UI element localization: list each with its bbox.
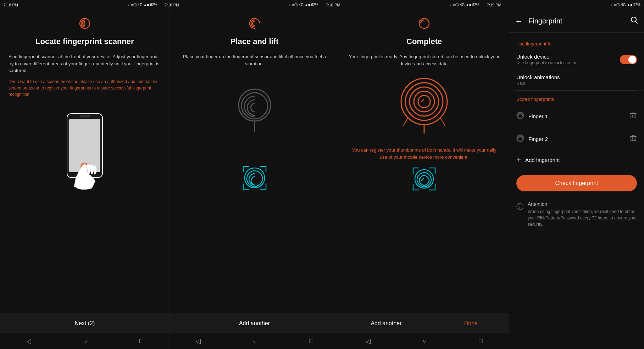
fp-icon-2 [248, 17, 261, 33]
unlock-animations-title: Unlock animations [516, 74, 637, 80]
svg-point-8 [631, 17, 636, 22]
panel3-done-button[interactable]: Done [464, 320, 478, 327]
status-segment-4: 7:19 PM ⊙✕ⓘ 4G ▲■ 92% [483, 0, 644, 10]
unlock-device-item[interactable]: Unlock device Use fingerprint to unlock … [509, 49, 644, 70]
nav-home-1[interactable]: ○ [83, 337, 87, 345]
svg-line-7 [440, 118, 445, 126]
phone-illustration [56, 112, 113, 190]
status-segment-3: 7:18 PM ⊙✕ⓘ 4G ▲■ 92% [322, 0, 483, 10]
panel1-content: Locate fingerprint scanner Find fingerpr… [0, 10, 170, 313]
panel1-warning: If you want to use a screen protector, p… [9, 78, 161, 98]
section-use-for: Use fingerprint for [509, 36, 644, 49]
panel3-desc: Your fingerprint is ready. Any fingerpri… [348, 53, 500, 67]
panel1-next-button[interactable]: Next (2) [74, 320, 95, 327]
section-stored: Stored fingerprints [509, 91, 644, 105]
fp-icon-1 [78, 17, 91, 33]
fp-complete-orange [394, 75, 454, 140]
finger-2-divider [621, 132, 621, 145]
unlock-device-toggle[interactable] [620, 55, 637, 64]
attention-title: Attention [528, 201, 637, 207]
add-fingerprint-icon: + [516, 155, 521, 164]
fp-icon-3 [418, 17, 431, 33]
nav-recent-3[interactable]: □ [479, 337, 483, 345]
icons-2: ⊙✕ⓘ 4G ▲■ 92% [289, 2, 318, 7]
unlock-animations-text: Unlock animations Halo [516, 74, 637, 86]
unlock-device-title: Unlock device [516, 54, 616, 60]
panel2-desc: Place your finger on the fingerprint sen… [178, 53, 331, 67]
check-fingerprint-button[interactable]: Check fingerprint [516, 175, 637, 191]
settings-header: ← Fingerprint [509, 10, 644, 33]
settings-panel: ← Fingerprint Use fingerprint for Unlock… [509, 10, 644, 349]
fp-outline-gray [235, 86, 274, 137]
panel1-desc: Find fingerprint scanner at the front of… [9, 53, 161, 74]
time-1: 7:18 PM [4, 3, 18, 7]
nav-recent-1[interactable]: □ [139, 337, 143, 345]
panel3-nav-bar: ◁ ○ □ [339, 333, 509, 349]
toggle-knob [628, 56, 636, 64]
finger-1-delete-button[interactable] [630, 112, 637, 121]
icons-4: ⊙✕ⓘ 4G ▲■ 92% [611, 2, 640, 7]
svg-line-6 [403, 118, 408, 126]
attention-icon: ⓘ [516, 202, 523, 212]
time-3: 7:18 PM [326, 3, 340, 7]
attention-section: ⓘ Attention When using fingerprint verif… [509, 197, 644, 232]
time-2: 7:18 PM [165, 3, 179, 7]
panel2-title: Place and lift [178, 37, 331, 46]
status-segment-2: 7:18 PM ⊙✕ⓘ 4G ▲■ 92% [161, 0, 322, 10]
panel3-bottom-bar: Add another Done [339, 313, 509, 333]
nav-back-3[interactable]: ◁ [366, 337, 371, 345]
svg-rect-2 [79, 115, 90, 118]
nav-back-1[interactable]: ◁ [26, 337, 31, 345]
unlock-animations-sub: Halo [516, 81, 637, 86]
panel2-nav-bar: ◁ ○ □ [170, 333, 339, 349]
settings-search-button[interactable] [631, 16, 638, 26]
finger-2-label: Finger 2 [528, 136, 617, 142]
panel1-title: Locate fingerprint scanner [9, 37, 161, 46]
panel2-content: Place and lift Place your finger on the … [170, 10, 339, 313]
nav-home-2[interactable]: ○ [253, 337, 257, 345]
settings-back-button[interactable]: ← [515, 17, 523, 26]
panel2-bottom-bar: Add another [170, 313, 339, 333]
add-fingerprint-label: Add fingerprint [525, 157, 560, 163]
screen-panel-2: Place and lift Place your finger on the … [170, 10, 340, 349]
fp-scan-teal-2 [242, 165, 267, 192]
nav-recent-2[interactable]: □ [309, 337, 313, 345]
nav-home-3[interactable]: ○ [423, 337, 427, 345]
attention-text: Attention When using fingerprint verific… [528, 201, 637, 228]
time-4: 7:19 PM [487, 3, 501, 7]
finger-2-delete-button[interactable] [630, 135, 637, 143]
status-bar: 7:18 PM ⊙✕ⓘ 4G ▲■ 92% 7:18 PM ⊙✕ⓘ 4G ▲■ … [0, 0, 644, 10]
settings-title: Fingerprint [528, 17, 625, 25]
panel3-content: Complete Your fingerprint is ready. Any … [339, 10, 509, 313]
svg-rect-10 [631, 114, 636, 118]
attention-desc: When using fingerprint verification, you… [528, 208, 637, 228]
nav-back-2[interactable]: ◁ [196, 337, 201, 345]
screen-panel-1: Locate fingerprint scanner Find fingerpr… [0, 10, 170, 349]
panel3-title: Complete [348, 37, 500, 46]
panel1-nav-bar: ◁ ○ □ [0, 333, 170, 349]
svg-line-9 [636, 21, 638, 23]
unlock-device-sub: Use fingerprint to unlock screen. [516, 60, 616, 65]
finger-1-label: Finger 1 [528, 113, 617, 119]
icons-1: ⊙✕ⓘ 4G ▲■ 92% [128, 2, 157, 7]
status-segment-1: 7:18 PM ⊙✕ⓘ 4G ▲■ 92% [0, 0, 161, 10]
finger-1-fp-icon [516, 111, 524, 121]
main-panels: Locate fingerprint scanner Find fingerpr… [0, 10, 644, 349]
fp-scan-teal-3 [411, 166, 437, 193]
finger-1-divider [621, 110, 621, 122]
panel3-add-another-button[interactable]: Add another [371, 320, 401, 327]
unlock-device-text: Unlock device Use fingerprint to unlock … [516, 54, 616, 65]
icons-3: ⊙✕ⓘ 4G ▲■ 92% [450, 2, 479, 7]
finger-2-fp-icon [516, 134, 524, 144]
screen-panel-3: Complete Your fingerprint is ready. Any … [339, 10, 509, 349]
unlock-animations-item[interactable]: Unlock animations Halo [509, 70, 644, 91]
finger-2-item[interactable]: Finger 2 [509, 127, 644, 150]
panel1-bottom-bar: Next (2) [0, 313, 170, 333]
svg-rect-17 [631, 136, 636, 141]
settings-body: Use fingerprint for Unlock device Use fi… [509, 33, 644, 349]
panel3-promo: You can register your thumbprints of bot… [348, 147, 500, 160]
add-fingerprint-item[interactable]: + Add fingerprint [509, 150, 644, 169]
finger-1-item[interactable]: Finger 1 [509, 105, 644, 127]
panel2-add-another-button[interactable]: Add another [239, 320, 270, 327]
